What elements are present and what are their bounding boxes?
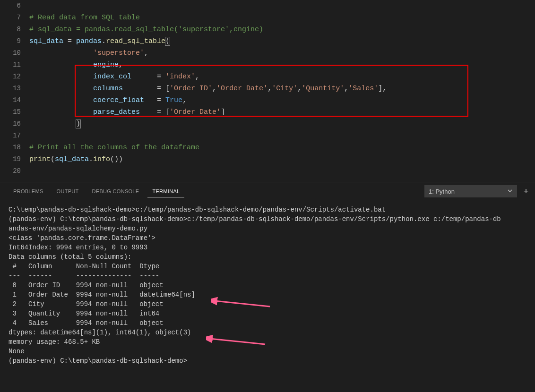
code-content[interactable]: index_col = 'index', bbox=[29, 71, 199, 83]
code-line[interactable]: 6 bbox=[0, 0, 535, 12]
line-number: 10 bbox=[0, 47, 29, 59]
code-line[interactable]: 12 index_col = 'index', bbox=[0, 71, 535, 83]
new-terminal-button[interactable]: + bbox=[520, 187, 532, 196]
code-line[interactable]: 17 bbox=[0, 130, 535, 142]
code-content[interactable]: ) bbox=[29, 118, 80, 130]
code-content[interactable]: parse_dates = ['Order Date'] bbox=[29, 106, 225, 118]
code-line[interactable]: 19print(sql_data.info()) bbox=[0, 153, 535, 165]
terminal-line: None bbox=[9, 347, 526, 356]
terminal-line: Data columns (total 5 columns): bbox=[9, 252, 526, 262]
terminal-line: C:\temp\pandas-db-sqlshack-demo>c:/temp/… bbox=[9, 205, 526, 214]
terminal-output[interactable]: C:\temp\pandas-db-sqlshack-demo>c:/temp/… bbox=[0, 200, 535, 370]
line-number: 9 bbox=[0, 35, 29, 47]
line-number: 20 bbox=[0, 165, 29, 177]
code-content[interactable]: print(sql_data.info()) bbox=[29, 153, 123, 165]
terminal-line: andas-env/pandas-sqlalchemy-demo.py bbox=[9, 224, 526, 233]
code-content[interactable]: columns = ['Order ID','Order Date','City… bbox=[29, 83, 387, 94]
line-number: 16 bbox=[0, 118, 29, 130]
terminal-selector[interactable]: 1: Python bbox=[424, 185, 517, 197]
code-content[interactable]: sql_data = pandas.read_sql_table( bbox=[29, 35, 170, 47]
terminal-line: (pandas-env) C:\temp\pandas-db-sqlshack-… bbox=[9, 356, 526, 366]
line-number: 7 bbox=[0, 12, 29, 24]
code-line[interactable]: 9sql_data = pandas.read_sql_table( bbox=[0, 35, 535, 47]
code-content[interactable]: 'superstore', bbox=[29, 47, 148, 59]
chevron-down-icon bbox=[507, 188, 513, 195]
code-line[interactable]: 13 columns = ['Order ID','Order Date','C… bbox=[0, 83, 535, 94]
code-content[interactable]: # sql_data = pandas.read_sql_table('supe… bbox=[29, 24, 263, 35]
panel-tabs: PROBLEMS OUTPUT DEBUG CONSOLE TERMINAL 1… bbox=[0, 182, 535, 200]
code-editor[interactable]: 67# Read data from SQL table8# sql_data … bbox=[0, 0, 535, 177]
line-number: 8 bbox=[0, 24, 29, 35]
terminal-line: Int64Index: 9994 entries, 0 to 9993 bbox=[9, 243, 526, 252]
terminal-line: 3 Quantity 9994 non-null int64 bbox=[9, 309, 526, 318]
line-number: 13 bbox=[0, 83, 29, 94]
line-number: 12 bbox=[0, 71, 29, 83]
line-number: 19 bbox=[0, 153, 29, 165]
tab-terminal[interactable]: TERMINAL bbox=[147, 186, 184, 197]
line-number: 18 bbox=[0, 142, 29, 153]
terminal-line: <class 'pandas.core.frame.DataFrame'> bbox=[9, 233, 526, 243]
tab-debug-console[interactable]: DEBUG CONSOLE bbox=[87, 186, 144, 197]
terminal-line: # Column Non-Null Count Dtype bbox=[9, 262, 526, 271]
code-line[interactable]: 14 coerce_float = True, bbox=[0, 94, 535, 106]
terminal-line: 0 Order ID 9994 non-null object bbox=[9, 281, 526, 290]
terminal-line: 2 City 9994 non-null object bbox=[9, 299, 526, 309]
code-line[interactable]: 18# Print all the columns of the datafra… bbox=[0, 142, 535, 153]
tab-output[interactable]: OUTPUT bbox=[52, 186, 84, 197]
terminal-selector-label: 1: Python bbox=[429, 188, 455, 195]
line-number: 14 bbox=[0, 94, 29, 106]
code-line[interactable]: 11 engine, bbox=[0, 59, 535, 71]
terminal-line: dtypes: datetime64[ns](1), int64(1), obj… bbox=[9, 328, 526, 337]
tab-problems[interactable]: PROBLEMS bbox=[9, 186, 48, 197]
code-line[interactable]: 10 'superstore', bbox=[0, 47, 535, 59]
line-number: 6 bbox=[0, 0, 29, 12]
terminal-line: 1 Order Date 9994 non-null datetime64[ns… bbox=[9, 290, 526, 299]
line-number: 15 bbox=[0, 106, 29, 118]
code-content[interactable]: # Read data from SQL table bbox=[29, 12, 140, 24]
code-content[interactable]: # Print all the columns of the dataframe bbox=[29, 142, 199, 153]
code-line[interactable]: 16 ) bbox=[0, 118, 535, 130]
code-content[interactable]: engine, bbox=[29, 59, 123, 71]
terminal-line: --- ------ -------------- ----- bbox=[9, 271, 526, 281]
bottom-panel: PROBLEMS OUTPUT DEBUG CONSOLE TERMINAL 1… bbox=[0, 182, 535, 370]
terminal-line: memory usage: 468.5+ KB bbox=[9, 337, 526, 347]
line-number: 11 bbox=[0, 59, 29, 71]
line-number: 17 bbox=[0, 130, 29, 142]
code-line[interactable]: 20 bbox=[0, 165, 535, 177]
terminal-line: (pandas-env) C:\temp\pandas-db-sqlshack-… bbox=[9, 214, 526, 224]
code-line[interactable]: 7# Read data from SQL table bbox=[0, 12, 535, 24]
code-line[interactable]: 15 parse_dates = ['Order Date'] bbox=[0, 106, 535, 118]
code-line[interactable]: 8# sql_data = pandas.read_sql_table('sup… bbox=[0, 24, 535, 35]
code-content[interactable]: coerce_float = True, bbox=[29, 94, 187, 106]
terminal-line: 4 Sales 9994 non-null object bbox=[9, 318, 526, 328]
